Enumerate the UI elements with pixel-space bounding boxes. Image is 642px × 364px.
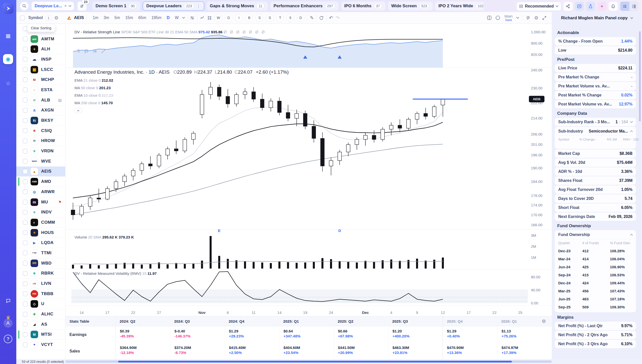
timeframe-W[interactable]: W bbox=[175, 16, 179, 20]
watchlist-tab[interactable]: Gaps & Strong Moves11 bbox=[207, 2, 268, 11]
filters-button[interactable]: 23 bbox=[77, 1, 87, 11]
sub-industry-row[interactable]: Sub-IndustrySemiconductor Ma... bbox=[558, 127, 632, 136]
screener-icon[interactable]: ◉ bbox=[3, 54, 13, 64]
row-checkbox[interactable] bbox=[23, 139, 28, 143]
timeframe-65m[interactable]: 65m bbox=[138, 16, 146, 20]
fund-ownership-header[interactable]: Fund Ownership bbox=[558, 230, 632, 239]
row-checkbox[interactable] bbox=[23, 77, 28, 82]
volume-legend[interactable]: Volume 20 SMA 295.62 K 379.23 K bbox=[74, 235, 134, 239]
panel-row[interactable]: Market Cap$8.36B bbox=[555, 149, 636, 158]
scrollbar-thumb[interactable] bbox=[118, 361, 512, 362]
row-checkbox[interactable] bbox=[23, 159, 28, 164]
panel-title-dropdown[interactable]: Richard Moglen Main Panel copy bbox=[552, 12, 642, 24]
watchlist-row[interactable]: MMCHP bbox=[16, 75, 65, 85]
sort-dropdown[interactable]: Recommended bbox=[516, 2, 561, 11]
watchlist-row[interactable]: WAVEWVE bbox=[16, 156, 65, 167]
magic-zoom-icon[interactable] bbox=[526, 16, 531, 20]
panel-row[interactable]: Low$214.80 bbox=[555, 46, 636, 55]
layout-panels-icon[interactable] bbox=[487, 15, 492, 20]
indicator-row[interactable]: EMA 21 close 0 212.02 bbox=[74, 78, 113, 82]
watchlist-row[interactable]: mMU⚑ bbox=[16, 197, 65, 207]
alerts-button[interactable] bbox=[609, 2, 618, 11]
watchlist-row[interactable]: ◢AS bbox=[16, 319, 65, 330]
watchlist-row[interactable]: ✱RBRK bbox=[16, 269, 65, 279]
select-all-checkbox[interactable] bbox=[20, 16, 25, 20]
collapse-indicators-button[interactable] bbox=[74, 108, 82, 113]
watchlist-row[interactable]: ◐COMM bbox=[16, 217, 65, 228]
layout-preset-button[interactable]: 5 bbox=[286, 14, 294, 22]
watchlist-row[interactable]: aAXGN bbox=[16, 105, 65, 116]
panel-row[interactable]: Days to Cover 20D5.74 bbox=[555, 194, 636, 203]
panel-row[interactable]: Avg Float Turnover 20d1.05% bbox=[555, 185, 636, 194]
column-settings-gear-icon[interactable]: ⚙ bbox=[54, 15, 58, 21]
timeframe-1m[interactable]: 1m bbox=[93, 16, 98, 20]
watchlist-tab[interactable]: IPO 2 Years Wide102 bbox=[435, 2, 484, 11]
row-checkbox[interactable] bbox=[23, 332, 28, 337]
chevron-up-icon[interactable] bbox=[630, 233, 632, 236]
watchlist-row[interactable]: ✳INDV bbox=[16, 207, 65, 217]
redo-icon[interactable]: ↷ bbox=[336, 15, 340, 21]
fund-table-row[interactable]: Sep-24415106.53% bbox=[558, 271, 632, 279]
candle-pattern-icon[interactable] bbox=[93, 49, 97, 53]
panel-row[interactable]: Next Earnings DateFeb 09, 2026 bbox=[555, 212, 636, 221]
watchlist-row[interactable]: ○ESTA bbox=[16, 85, 65, 95]
watchlist-row[interactable]: B)BKSY bbox=[16, 115, 65, 126]
fund-table-row[interactable]: Sep-25509109.30% bbox=[558, 303, 632, 311]
chevron-down-icon[interactable] bbox=[630, 122, 632, 123]
watchlist-tab[interactable]: Wide Screen523 bbox=[388, 2, 433, 11]
row-checkbox[interactable] bbox=[23, 210, 28, 215]
row-checkbox[interactable] bbox=[23, 240, 28, 245]
fund-table-row[interactable]: Dec-24424109.44% bbox=[558, 279, 632, 287]
row-checkbox[interactable] bbox=[23, 220, 28, 225]
indicator-row[interactable]: MA 50 close 0 201.23 bbox=[74, 86, 111, 90]
layout-preset-button[interactable]: S bbox=[266, 14, 274, 22]
chart-area[interactable]: 1,000.00900.00820.00240.00230.00222.0021… bbox=[65, 24, 552, 316]
timeframe-195m[interactable]: 195m bbox=[151, 16, 162, 20]
layout-preset-button[interactable]: B bbox=[245, 14, 253, 22]
fund-table-row[interactable]: Jun-25483107.18% bbox=[558, 295, 632, 303]
indicator-settings-icon[interactable] bbox=[190, 16, 195, 20]
compare-icon[interactable] bbox=[200, 16, 205, 20]
panel-row[interactable]: Net Profit (%) - 2 Qtrs Ago5.71% bbox=[555, 331, 636, 339]
layout-preset-button[interactable]: W bbox=[214, 14, 222, 22]
timeframe-15m[interactable]: 15m bbox=[125, 16, 133, 20]
watchlist-row[interactable]: BBBTBBB bbox=[16, 289, 65, 299]
panel-row[interactable]: Net Profit (%) - Last Qtr9.97% bbox=[555, 322, 636, 330]
timeframe-D[interactable]: D bbox=[167, 16, 170, 20]
watchlist-tab[interactable]: Deepvue Leaders223⋮ bbox=[143, 2, 204, 11]
watchlist-row[interactable]: ▶LQDA bbox=[16, 238, 65, 248]
watchlist-row[interactable]: ☀CSIQ bbox=[16, 126, 65, 136]
deepvue-logo[interactable] bbox=[3, 3, 14, 14]
favorites-star-icon[interactable]: ☆ bbox=[0, 78, 16, 89]
panel-row[interactable]: Avg $ Vol. 20d$75.44M bbox=[555, 158, 636, 167]
panel-row[interactable]: ADR % - 10d3.36% bbox=[555, 167, 636, 176]
chat-icon[interactable] bbox=[0, 296, 16, 306]
watchlist-row[interactable]: ✦VCYT bbox=[16, 340, 65, 350]
row-checkbox[interactable] bbox=[23, 26, 28, 31]
panel-row[interactable]: Post Market Volume vs. Av...12.97% bbox=[555, 100, 636, 108]
flag-icon[interactable]: ⚑ bbox=[58, 200, 62, 204]
ai-sparkles-button[interactable]: ✦ bbox=[597, 2, 606, 11]
timeframe-chevron-icon[interactable] bbox=[182, 16, 185, 19]
row-checkbox[interactable] bbox=[23, 57, 28, 62]
layout-preset-button[interactable]: I bbox=[235, 14, 243, 22]
fullscreen-icon[interactable] bbox=[542, 16, 547, 20]
close-icon[interactable]: × bbox=[64, 4, 67, 8]
row-checkbox[interactable] bbox=[23, 281, 28, 286]
rmv-legend[interactable]: DV - Relative Measured Volatility (RMV) … bbox=[74, 271, 157, 276]
indicator-row[interactable]: EMA 10 close 0 217.23 bbox=[74, 93, 113, 97]
chart-view-button[interactable] bbox=[575, 2, 584, 11]
watchlist-row[interactable]: MMTSI bbox=[16, 330, 65, 340]
trendline-icon[interactable] bbox=[101, 49, 106, 53]
panel-scrollbar[interactable] bbox=[639, 31, 641, 122]
row-checkbox[interactable] bbox=[23, 322, 28, 327]
card-view-button[interactable] bbox=[629, 2, 638, 11]
row-checkbox[interactable] bbox=[23, 108, 28, 113]
avatar[interactable] bbox=[4, 319, 13, 328]
tab-menu-icon[interactable]: ⋮ bbox=[197, 4, 201, 9]
row-checkbox[interactable] bbox=[23, 128, 28, 133]
layout-preset-button[interactable]: T bbox=[276, 14, 284, 22]
horizontal-scrollbar[interactable] bbox=[65, 360, 552, 363]
panel-row[interactable]: Shares Float37.39M bbox=[555, 176, 636, 185]
watchlist-row[interactable]: LNLIVN bbox=[16, 279, 65, 289]
